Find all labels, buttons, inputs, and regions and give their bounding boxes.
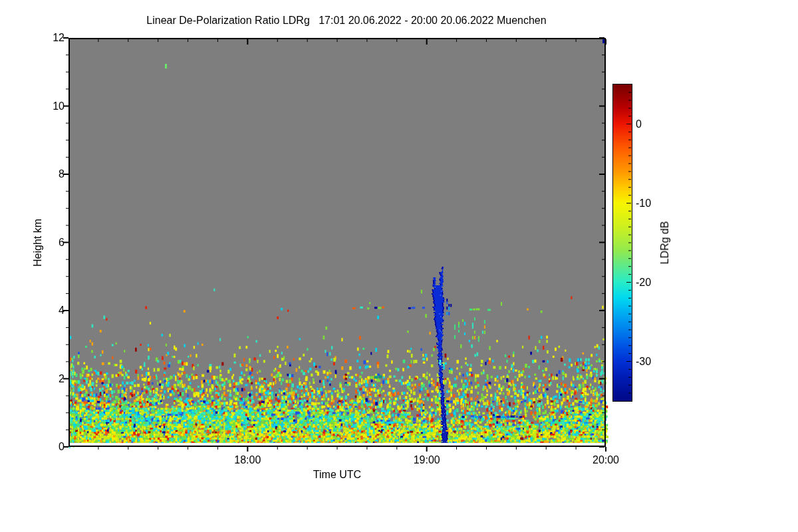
y-axis-label: Height km — [33, 219, 43, 267]
x-tick-label: 18:00 — [234, 455, 261, 466]
y-tick-label: 10 — [53, 101, 65, 112]
y-tick-label: 0 — [59, 442, 65, 452]
y-tick-label: 6 — [59, 237, 65, 248]
x-tick-label: 19:00 — [414, 455, 440, 466]
plot-canvas — [0, 0, 798, 532]
colorbar-tick-label: -30 — [636, 356, 651, 367]
y-tick-label: 2 — [59, 374, 65, 384]
y-tick-label: 4 — [59, 305, 65, 316]
y-tick-label: 8 — [59, 169, 65, 180]
colorbar-tick-label: -20 — [636, 277, 651, 288]
y-tick-label: 12 — [53, 33, 65, 43]
colorbar-tick-label: 0 — [636, 119, 642, 130]
colorbar-label: LDRg dB — [660, 221, 670, 265]
chart-title: Linear De-Polarization Ratio LDRg 17:01 … — [146, 15, 546, 26]
colorbar-tick-label: -10 — [636, 198, 651, 209]
ldr-time-height-plot: Linear De-Polarization Ratio LDRg 17:01 … — [0, 0, 798, 532]
x-tick-label: 20:00 — [593, 455, 619, 466]
x-axis-label: Time UTC — [313, 469, 361, 480]
